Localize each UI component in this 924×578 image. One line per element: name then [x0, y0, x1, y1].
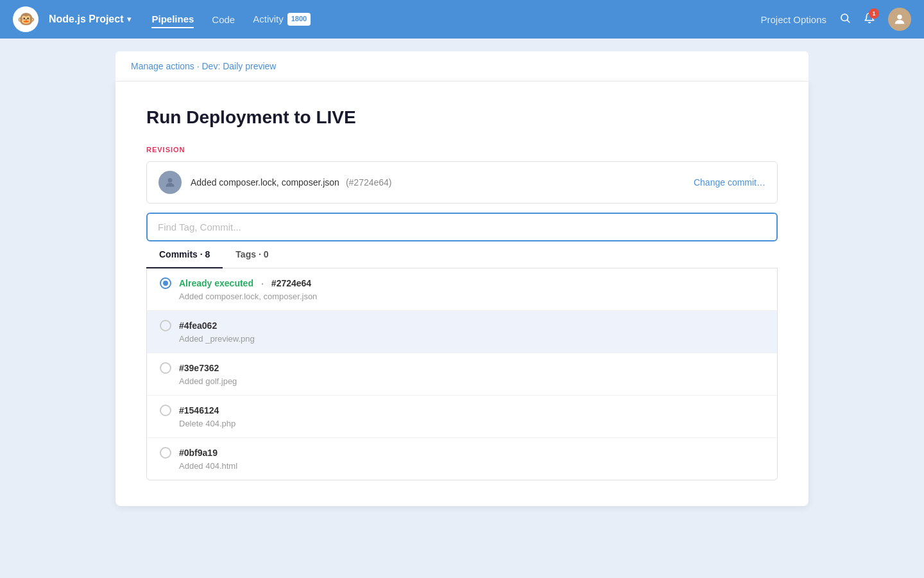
breadcrumb[interactable]: Manage actions · Dev: Daily preview — [131, 61, 276, 71]
project-name: Node.js Project — [49, 13, 123, 25]
change-commit-button[interactable]: Change commit… — [694, 177, 766, 188]
user-avatar[interactable] — [888, 8, 911, 31]
activity-label: Activity — [253, 13, 284, 24]
commit-list-item[interactable]: #0bf9a19 Added 404.html — [147, 438, 777, 480]
commit-row: #4fea062 — [160, 320, 764, 331]
notification-count: 1 — [869, 8, 879, 19]
logo-icon: 🐵 — [17, 11, 35, 28]
nav-item-pipelines[interactable]: Pipelines — [151, 11, 194, 28]
commit-info: Added composer.lock, composer.json (#272… — [191, 177, 685, 188]
svg-line-1 — [847, 20, 849, 22]
radio-unselected[interactable] — [160, 405, 171, 416]
nav-item-activity[interactable]: Activity 1800 — [253, 13, 311, 25]
radio-unselected[interactable] — [160, 447, 171, 459]
search-icon[interactable] — [839, 12, 851, 27]
project-selector[interactable]: Node.js Project ▾ — [49, 13, 131, 25]
activity-badge: 1800 — [287, 13, 311, 25]
commit-list-item[interactable]: #4fea062 Added _preview.png — [147, 311, 777, 353]
commit-hash-4: #0bf9a19 — [179, 448, 218, 458]
selected-commit-hash: (#2724e64) — [346, 177, 392, 188]
commit-status-executed: Already executed — [179, 278, 253, 288]
breadcrumb-bar: Manage actions · Dev: Daily preview — [116, 51, 809, 82]
svg-point-2 — [897, 15, 902, 19]
nav-item-code[interactable]: Code — [212, 12, 235, 28]
commit-author-avatar — [158, 171, 182, 194]
commit-desc-4: Added 404.html — [179, 461, 764, 471]
commit-list-item[interactable]: #39e7362 Added golf.jpeg — [147, 353, 777, 396]
commit-row: #39e7362 — [160, 362, 764, 374]
commit-list: Already executed · #2724e64 Added compos… — [146, 268, 778, 480]
commit-hash-0: #2724e64 — [271, 278, 311, 288]
selected-commit-bar: Added composer.lock, composer.json (#272… — [146, 161, 778, 204]
app-logo[interactable]: 🐵 — [13, 6, 38, 32]
tab-commits[interactable]: Commits · 8 — [146, 241, 223, 268]
revision-label: REVISION — [146, 146, 778, 153]
commit-list-item[interactable]: Already executed · #2724e64 Added compos… — [147, 268, 777, 311]
commit-row: Already executed · #2724e64 — [160, 277, 764, 289]
commit-desc-1: Added _preview.png — [179, 334, 764, 344]
commit-desc-2: Added golf.jpeg — [179, 376, 764, 386]
commit-hash-1: #4fea062 — [179, 320, 217, 331]
commit-desc-3: Delete 404.php — [179, 419, 764, 428]
commit-hash-3: #1546124 — [179, 405, 219, 416]
commit-row: #1546124 — [160, 405, 764, 416]
navbar: 🐵 Node.js Project ▾ Pipelines Code Activ… — [0, 0, 924, 39]
tabs-bar: Commits · 8 Tags · 0 — [146, 241, 778, 268]
radio-unselected[interactable] — [160, 362, 171, 374]
commit-dropdown: Already executed · #2724e64 Added compos… — [146, 268, 778, 480]
commit-hash-2: #39e7362 — [179, 363, 219, 373]
commit-desc-0: Added composer.lock, composer.json — [179, 292, 764, 301]
svg-point-3 — [168, 178, 173, 182]
radio-unselected[interactable] — [160, 320, 171, 331]
project-chevron-icon: ▾ — [127, 15, 131, 24]
nav-links: Pipelines Code Activity 1800 — [151, 11, 760, 28]
selected-commit-message: Added composer.lock, composer.json — [191, 177, 339, 188]
page-content: Manage actions · Dev: Daily preview Run … — [0, 39, 924, 578]
notification-icon[interactable]: 1 — [864, 12, 875, 27]
navbar-right: Project Options 1 — [760, 8, 911, 31]
commit-list-item[interactable]: #1546124 Delete 404.php — [147, 396, 777, 438]
commit-row: #0bf9a19 — [160, 447, 764, 459]
page-title: Run Deployment to LIVE — [146, 107, 778, 128]
modal-card: Run Deployment to LIVE REVISION Added co… — [116, 82, 809, 506]
radio-selected[interactable] — [160, 277, 171, 289]
search-input[interactable] — [146, 213, 778, 241]
project-options-link[interactable]: Project Options — [760, 14, 826, 25]
tab-tags[interactable]: Tags · 0 — [223, 241, 281, 268]
